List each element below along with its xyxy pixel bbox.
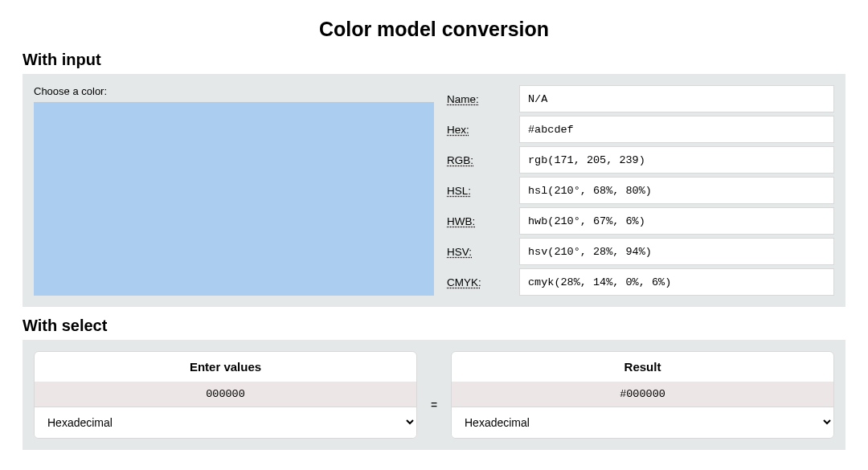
enter-values-card: Enter values 000000 Hexadecimal — [34, 351, 417, 439]
page-title: Color model conversion — [23, 18, 845, 41]
readout-value-hsv: hsv(210°, 28%, 94%) — [519, 238, 834, 265]
enter-values-format-select[interactable]: Hexadecimal — [35, 407, 416, 438]
result-value: #000000 — [452, 382, 833, 407]
readout-label-hsv[interactable]: HSV: — [447, 246, 510, 258]
readout-label-hwb[interactable]: HWB: — [447, 215, 510, 227]
result-header: Result — [452, 352, 833, 382]
readout-value-cmyk: cmyk(28%, 14%, 0%, 6%) — [519, 268, 834, 296]
readout-value-hex: #abcdef — [519, 116, 834, 143]
readout-row-cmyk: CMYK: cmyk(28%, 14%, 0%, 6%) — [447, 268, 834, 296]
readout-row-hsv: HSV: hsv(210°, 28%, 94%) — [447, 238, 834, 265]
readout-row-hwb: HWB: hwb(210°, 67%, 6%) — [447, 207, 834, 235]
readout-value-hsl: hsl(210°, 68%, 80%) — [519, 177, 834, 204]
readout-row-hex: Hex: #abcdef — [447, 116, 834, 143]
readout-row-name: Name: N/A — [447, 85, 834, 112]
readout-row-hsl: HSL: hsl(210°, 68%, 80%) — [447, 177, 834, 204]
enter-values-value[interactable]: 000000 — [35, 382, 416, 407]
readout-label-cmyk[interactable]: CMYK: — [447, 276, 510, 288]
chooser-label: Choose a color: — [34, 85, 434, 97]
equals-sign: = — [428, 379, 440, 411]
readout-value-rgb: rgb(171, 205, 239) — [519, 146, 834, 174]
with-input-panel: Choose a color: Name: N/A Hex: #abcdef R… — [23, 74, 845, 307]
color-chooser: Choose a color: — [34, 85, 434, 296]
color-swatch-input[interactable] — [34, 102, 434, 296]
readout-label-rgb[interactable]: RGB: — [447, 154, 510, 166]
color-readouts: Name: N/A Hex: #abcdef RGB: rgb(171, 205… — [447, 85, 834, 296]
enter-values-header: Enter values — [35, 352, 416, 382]
readout-row-rgb: RGB: rgb(171, 205, 239) — [447, 146, 834, 174]
readout-label-name[interactable]: Name: — [447, 93, 510, 105]
readout-value-hwb: hwb(210°, 67%, 6%) — [519, 207, 834, 235]
readout-label-hex[interactable]: Hex: — [447, 124, 510, 136]
readout-label-hsl[interactable]: HSL: — [447, 185, 510, 197]
with-input-heading: With input — [23, 51, 845, 69]
result-format-select[interactable]: Hexadecimal — [452, 407, 833, 438]
with-select-panel: Enter values 000000 Hexadecimal = Result… — [23, 340, 845, 450]
with-select-heading: With select — [23, 317, 845, 335]
result-card: Result #000000 Hexadecimal — [451, 351, 834, 439]
readout-value-name: N/A — [519, 85, 834, 112]
